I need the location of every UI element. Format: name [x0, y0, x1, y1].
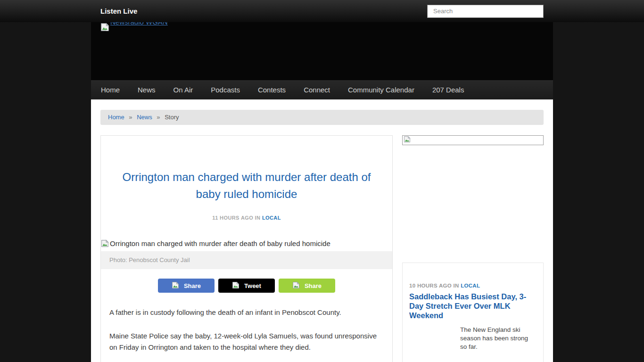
- nav-item-community-calendar: Community Calendar: [339, 80, 423, 99]
- nav-item-on-air: On Air: [165, 80, 202, 99]
- top-bar: Listen Live: [0, 0, 644, 22]
- nav-link-community-calendar[interactable]: Community Calendar: [339, 80, 423, 99]
- breadcrumb-separator: »: [157, 114, 160, 121]
- search-input[interactable]: [427, 5, 544, 18]
- nav-band: Home News On Air Podcasts Contests Conne…: [0, 80, 644, 99]
- nav-link-home[interactable]: Home: [91, 80, 129, 99]
- sidebar-story-timestamp: 10 HOURS AGO IN: [409, 283, 459, 288]
- broken-image-icon: [172, 281, 179, 290]
- nav-item-podcasts: Podcasts: [202, 80, 249, 99]
- listen-live-link[interactable]: Listen Live: [91, 7, 137, 15]
- breadcrumb-home-link[interactable]: Home: [108, 114, 124, 121]
- main-content: Home » News » Story Orrington man charge…: [91, 99, 553, 362]
- sidebar-story-thumbnail-placeholder: [409, 326, 460, 351]
- breadcrumb-current: Story: [165, 114, 179, 121]
- site-logo-link[interactable]: Newsradio WGAN: [100, 22, 168, 33]
- nav-link-207-deals[interactable]: 207 Deals: [423, 80, 473, 99]
- article-paragraph: A father is in custody following the dea…: [109, 307, 384, 318]
- sidebar-ad-placeholder: [402, 135, 544, 145]
- share-buttons-row: Share Tweet Share: [101, 279, 392, 293]
- nav-item-home: Home: [91, 80, 129, 99]
- site-logo-alt-text: Newsradio WGAN: [110, 22, 168, 26]
- sidebar-story-headline-link[interactable]: Saddleback Has Busiest Day, 3-Day Stretc…: [409, 292, 537, 320]
- article-image-alt-text: Orrington man charged with murder after …: [110, 239, 330, 247]
- sidebar-story-summary-row: The New England ski season has been stro…: [409, 326, 537, 351]
- breadcrumb-news-link[interactable]: News: [137, 114, 152, 121]
- nav-item-news: News: [129, 80, 165, 99]
- nav-item-207-deals: 207 Deals: [423, 80, 473, 99]
- article-paragraph: Maine State Police say the baby, 12-week…: [109, 330, 384, 353]
- sidebar-story-category-link[interactable]: LOCAL: [461, 283, 480, 288]
- nav-link-contests[interactable]: Contests: [249, 80, 295, 99]
- nav-item-contests: Contests: [249, 80, 295, 99]
- header-band: Newsradio WGAN: [0, 22, 644, 80]
- photo-credit: Photo: Penobscot County Jail: [101, 251, 392, 269]
- broken-image-icon: [101, 239, 109, 249]
- article-meta: 11 HOURS AGO IN LOCAL: [101, 215, 392, 221]
- broken-image-icon: [292, 281, 300, 290]
- article-image-placeholder: Orrington man charged with murder after …: [101, 239, 392, 249]
- nav-link-on-air[interactable]: On Air: [165, 80, 202, 99]
- main-band: Home » News » Story Orrington man charge…: [0, 99, 644, 362]
- sidebar-story-summary: The New England ski season has been stro…: [460, 326, 537, 351]
- facebook-share-label: Share: [184, 282, 201, 289]
- article-category-link[interactable]: LOCAL: [262, 215, 281, 221]
- site-header: Newsradio WGAN: [91, 22, 553, 80]
- generic-share-button[interactable]: Share: [279, 279, 335, 293]
- article-card: Orrington man charged with murder after …: [100, 135, 393, 362]
- sidebar: 10 HOURS AGO IN LOCAL Saddleback Has Bus…: [402, 135, 544, 362]
- tweet-button[interactable]: Tweet: [218, 279, 275, 293]
- breadcrumb-separator: »: [129, 114, 132, 121]
- article-timestamp: 11 HOURS AGO IN: [212, 215, 260, 221]
- sidebar-story-card: 10 HOURS AGO IN LOCAL Saddleback Has Bus…: [402, 263, 544, 362]
- main-navigation: Home News On Air Podcasts Contests Conne…: [91, 80, 553, 99]
- tweet-label: Tweet: [244, 282, 261, 289]
- breadcrumb: Home » News » Story: [100, 110, 544, 125]
- article-title: Orrington man charged with murder after …: [122, 169, 371, 203]
- broken-image-icon: [100, 23, 109, 33]
- nav-link-news[interactable]: News: [129, 80, 165, 99]
- generic-share-label: Share: [305, 282, 322, 289]
- sidebar-story-meta: 10 HOURS AGO IN LOCAL: [409, 283, 537, 288]
- broken-image-icon: [404, 136, 411, 145]
- nav-item-connect: Connect: [295, 80, 339, 99]
- nav-link-podcasts[interactable]: Podcasts: [202, 80, 249, 99]
- nav-link-connect[interactable]: Connect: [295, 80, 339, 99]
- broken-image-icon: [232, 281, 239, 290]
- facebook-share-button[interactable]: Share: [158, 279, 215, 293]
- article-body: A father is in custody following the dea…: [101, 307, 392, 353]
